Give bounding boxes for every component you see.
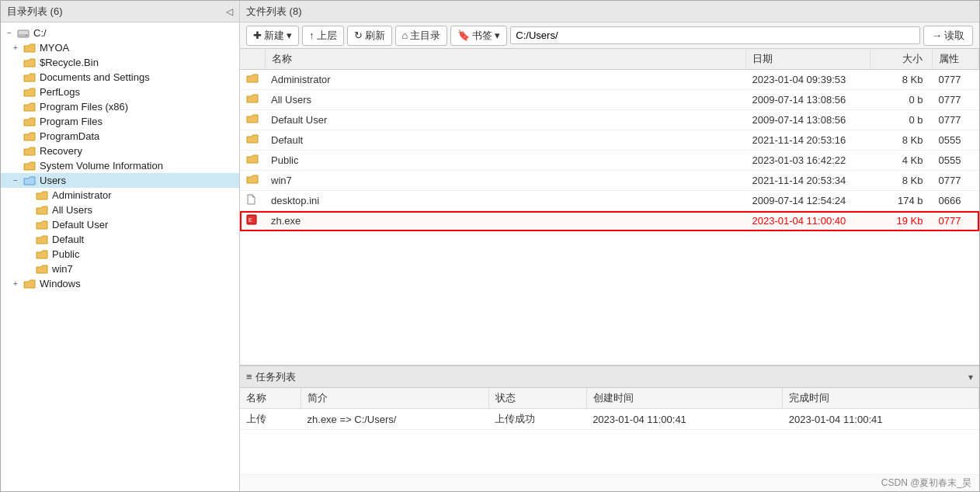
svg-text:E: E <box>248 217 252 223</box>
task-created-cell: 2023-01-04 11:00:41 <box>586 409 783 430</box>
tree-item-windows[interactable]: + Windows <box>1 276 239 291</box>
file-name-cell[interactable]: Administrator <box>265 70 746 90</box>
file-size-cell: 8 Kb <box>871 130 933 151</box>
task-row: 上传zh.exe => C:/Users/上传成功2023-01-04 11:0… <box>240 409 979 430</box>
arrow-right-icon: → <box>932 29 942 41</box>
tree-toggle-default_user[interactable] <box>23 220 33 230</box>
tree-toggle-c_drive[interactable]: − <box>4 28 15 39</box>
tree-item-program_files_x86[interactable]: Program Files (x86) <box>1 99 239 114</box>
file-name-cell[interactable]: Default <box>265 130 746 151</box>
tree-toggle-default[interactable] <box>23 234 33 245</box>
task-col-name: 名称 <box>240 388 301 409</box>
tree-toggle-program_files_x86[interactable] <box>10 102 21 113</box>
tree-item-recycle[interactable]: $Recycle.Bin <box>1 55 239 70</box>
folder-icon <box>23 131 36 142</box>
bookmark-button[interactable]: 🔖 书签 ▾ <box>450 26 507 46</box>
file-list-header: 文件列表 (8) <box>240 1 979 23</box>
watermark: CSDN @夏初春末_昊 <box>240 474 979 491</box>
tree-toggle-win7[interactable] <box>23 264 33 275</box>
folder-icon <box>246 95 259 106</box>
tree-toggle-recovery[interactable] <box>10 146 21 157</box>
tree-toggle-programdata[interactable] <box>10 131 21 142</box>
tree-label-perflogs: PerfLogs <box>40 86 80 98</box>
collapse-button[interactable]: ◁ <box>226 6 233 17</box>
bookmark-icon: 🔖 <box>457 29 470 41</box>
tree-item-programdata[interactable]: ProgramData <box>1 129 239 144</box>
file-attr-cell: 0777 <box>933 211 979 231</box>
table-row[interactable]: Administrator2023-01-04 09:39:538 Kb0777 <box>240 70 979 90</box>
file-size-cell: 0 b <box>871 110 933 130</box>
tree-item-perflogs[interactable]: PerfLogs <box>1 85 239 99</box>
folder-icon <box>246 175 259 187</box>
tree-label-default: Default <box>52 234 84 245</box>
file-name-cell[interactable]: Public <box>265 151 746 171</box>
new-button[interactable]: ✚ 新建 ▾ <box>246 26 299 46</box>
tree-item-admin[interactable]: Administrator <box>1 188 239 203</box>
file-date-cell: 2009-07-14 13:08:56 <box>746 90 871 110</box>
tree-toggle-public[interactable] <box>23 249 33 260</box>
file-size-cell: 4 Kb <box>871 151 933 171</box>
file-name-cell[interactable]: Default User <box>265 110 746 130</box>
folder-icon <box>23 279 36 289</box>
file-date-cell: 2021-11-14 20:53:34 <box>746 171 871 191</box>
folder-icon <box>246 115 259 126</box>
table-row[interactable]: Default User2009-07-14 13:08:560 b0777 <box>240 110 979 130</box>
tree-toggle-windows[interactable]: + <box>10 279 21 289</box>
tree-label-recycle: $Recycle.Bin <box>40 57 99 68</box>
tree-toggle-recycle[interactable] <box>10 57 21 68</box>
file-name-cell[interactable]: desktop.ini <box>265 191 746 211</box>
tree-label-windows: Windows <box>40 278 81 289</box>
col-name-header[interactable]: 名称 <box>265 49 746 70</box>
tree-toggle-admin[interactable] <box>23 190 33 201</box>
folder-icon <box>23 72 36 83</box>
tree-item-users[interactable]: − Users <box>1 173 239 188</box>
tree-toggle-perflogs[interactable] <box>10 87 21 98</box>
home-button[interactable]: ⌂ 主目录 <box>395 26 448 46</box>
folder-icon <box>23 102 36 113</box>
tree-label-win7: win7 <box>52 263 73 275</box>
tree-item-myoa[interactable]: + MYOA <box>1 40 239 55</box>
table-row[interactable]: Ezh.exe2023-01-04 11:00:4019 Kb0777 <box>240 211 979 231</box>
file-attr-cell: 0777 <box>933 70 979 90</box>
file-name-cell[interactable]: All Users <box>265 90 746 110</box>
tree-item-program_files[interactable]: Program Files <box>1 114 239 129</box>
file-table-area: 名称 日期 大小 属性 Administrator2023-01-04 09:3… <box>240 49 979 366</box>
file-name-cell[interactable]: win7 <box>265 171 746 191</box>
tree-item-docs_settings[interactable]: Documents and Settings <box>1 70 239 85</box>
tree-item-default[interactable]: Default <box>1 232 239 247</box>
tree-toggle-program_files[interactable] <box>10 116 21 127</box>
refresh-button[interactable]: ↻ 刷新 <box>347 26 392 46</box>
tree-item-system_vol[interactable]: System Volume Information <box>1 158 239 173</box>
tree-item-c_drive[interactable]: − C:/ <box>1 26 239 40</box>
file-name-cell[interactable]: zh.exe <box>265 211 746 231</box>
file-attr-cell: 0555 <box>933 130 979 151</box>
tree-toggle-docs_settings[interactable] <box>10 72 21 83</box>
up-button[interactable]: ↑ 上层 <box>302 26 344 46</box>
tree-toggle-myoa[interactable]: + <box>10 43 21 54</box>
task-table: 名称 简介 状态 创建时间 完成时间 上传zh.exe => C:/Users/… <box>240 388 979 430</box>
col-size-header[interactable]: 大小 <box>871 49 933 70</box>
tree-item-all_users[interactable]: All Users <box>1 203 239 217</box>
table-row[interactable]: win72021-11-14 20:53:348 Kb0777 <box>240 171 979 191</box>
table-row[interactable]: Default2021-11-14 20:53:168 Kb0555 <box>240 130 979 151</box>
path-input[interactable] <box>510 26 920 44</box>
file-table-header-row: 名称 日期 大小 属性 <box>240 49 979 70</box>
file-date-cell: 2023-01-03 16:42:22 <box>746 151 871 171</box>
col-attr-header[interactable]: 属性 <box>933 49 979 70</box>
tree-label-recovery: Recovery <box>40 145 82 157</box>
tree-item-win7[interactable]: win7 <box>1 262 239 276</box>
read-button[interactable]: → 读取 <box>923 26 973 46</box>
tree-item-public[interactable]: Public <box>1 247 239 262</box>
tree-toggle-system_vol[interactable] <box>10 161 21 172</box>
file-size-cell: 8 Kb <box>871 171 933 191</box>
folder-icon <box>35 234 49 245</box>
tree-toggle-all_users[interactable] <box>23 205 33 216</box>
tree-toggle-users[interactable]: − <box>10 175 21 186</box>
table-row[interactable]: All Users2009-07-14 13:08:560 b0777 <box>240 90 979 110</box>
tree-item-recovery[interactable]: Recovery <box>1 144 239 158</box>
table-row[interactable]: desktop.ini2009-07-14 12:54:24174 b0666 <box>240 191 979 211</box>
task-collapse-icon[interactable]: ▾ <box>968 372 973 383</box>
table-row[interactable]: Public2023-01-03 16:42:224 Kb0555 <box>240 151 979 171</box>
tree-item-default_user[interactable]: Default User <box>1 217 239 232</box>
col-date-header[interactable]: 日期 <box>746 49 871 70</box>
